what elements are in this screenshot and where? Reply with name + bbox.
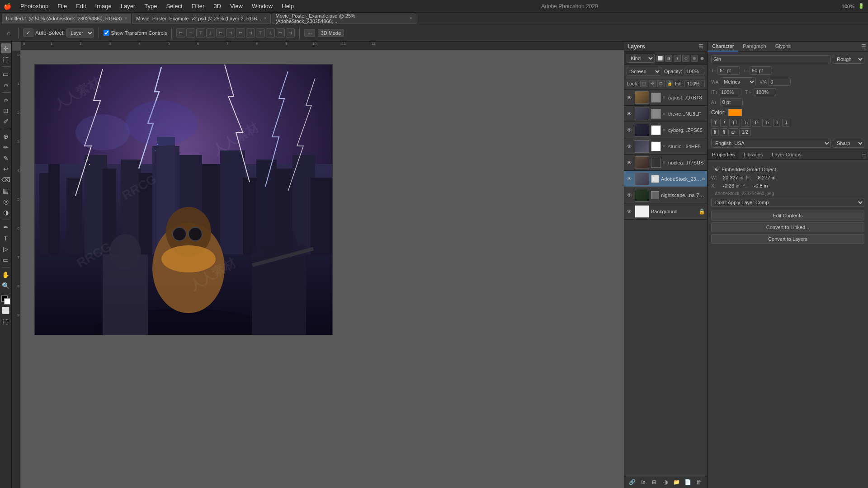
tool-brush[interactable]: ✏ xyxy=(1,142,11,152)
layers-options-btn[interactable]: ☰ xyxy=(698,43,703,50)
filter-type-icon[interactable]: T xyxy=(674,55,681,62)
props-panel-options[interactable]: ☰ xyxy=(860,150,868,160)
layer-visibility-cyborg[interactable]: 👁 xyxy=(626,127,633,134)
frac-ordinal-btn[interactable]: aᵃ xyxy=(728,128,738,136)
layer-comp-select[interactable]: Don't Apply Layer Comp xyxy=(711,198,864,207)
new-layer-btn[interactable]: 📄 xyxy=(684,478,692,486)
tab-layer-comps[interactable]: Layer Comps xyxy=(767,150,806,160)
layer-link-btn[interactable]: 🔗 xyxy=(628,478,636,486)
style-super-btn[interactable]: T¹ xyxy=(752,119,761,127)
font-name-input[interactable] xyxy=(711,55,831,63)
menu-photoshop[interactable]: Photoshop xyxy=(17,2,52,10)
doc-tab-0[interactable]: Untitled-1 @ 50% (AdobeStock_230254860, … xyxy=(2,14,131,23)
opacity-input[interactable] xyxy=(684,68,704,75)
filter-smart-icon[interactable]: ⊕ xyxy=(691,55,698,62)
menu-type[interactable]: Type xyxy=(141,2,160,10)
filter-toggle[interactable]: ● xyxy=(700,54,704,62)
filter-shape-icon[interactable]: ◇ xyxy=(682,55,689,62)
layer-visibility-studio[interactable]: 👁 xyxy=(626,143,633,150)
frac-num-btn[interactable]: 1/2 xyxy=(739,128,751,136)
align-bottom-btn[interactable]: ⊣ xyxy=(226,28,235,38)
lock-position-icon[interactable]: ✛ xyxy=(649,80,656,87)
tracking-input[interactable] xyxy=(768,78,791,86)
filter-adjust-icon[interactable]: ◑ xyxy=(665,55,672,62)
convert-layers-btn[interactable]: Convert to Layers xyxy=(711,234,864,244)
v-scale-input[interactable] xyxy=(719,88,741,96)
tool-healing[interactable]: ⊕ xyxy=(1,131,11,141)
tool-path-select[interactable]: ▷ xyxy=(1,244,11,254)
distribute-center-h-btn[interactable]: ⊣ xyxy=(246,28,255,38)
tool-dodge[interactable]: ◑ xyxy=(1,207,11,217)
font-size-input[interactable] xyxy=(717,66,740,75)
char-panel-options[interactable]: ☰ xyxy=(859,42,868,52)
tool-artboard[interactable]: ⬚ xyxy=(1,54,11,64)
layer-item-background[interactable]: 👁 Background 🔒 xyxy=(624,203,707,220)
lock-pixels-icon[interactable]: ⬚ xyxy=(640,80,647,87)
convert-linked-btn[interactable]: Convert to Linked... xyxy=(711,222,864,232)
adjustment-layer-btn[interactable]: ◑ xyxy=(661,478,670,486)
menu-image[interactable]: Image xyxy=(92,2,115,10)
tool-eraser[interactable]: ⌫ xyxy=(1,175,11,185)
tool-eyedropper[interactable]: ✐ xyxy=(1,117,11,127)
style-underline-btn[interactable]: T xyxy=(773,119,781,127)
h-scale-input[interactable] xyxy=(754,88,776,96)
leading-input[interactable] xyxy=(750,66,772,75)
doc-tab-1[interactable]: Movie_Poster_Example_v2.psd @ 25% (Layer… xyxy=(132,14,270,23)
tab-libraries[interactable]: Libraries xyxy=(739,150,767,160)
layer-visibility-background[interactable]: 👁 xyxy=(626,208,633,215)
tool-zoom[interactable]: 🔍 xyxy=(1,281,11,291)
fill-input[interactable] xyxy=(684,80,705,87)
menu-layer[interactable]: Layer xyxy=(117,2,139,10)
tool-quick-mask[interactable]: ⬜ xyxy=(1,305,11,315)
background-color[interactable] xyxy=(4,298,10,305)
lock-artboard-icon[interactable]: ⊡ xyxy=(657,80,665,87)
tab-properties[interactable]: Properties xyxy=(708,150,739,160)
tool-blur[interactable]: ◎ xyxy=(1,197,11,206)
new-group-btn[interactable]: 📁 xyxy=(673,478,681,486)
doc-tab-close-2[interactable]: × xyxy=(410,16,412,21)
tool-pen[interactable]: ✒ xyxy=(1,222,11,232)
3d-mode-btn[interactable]: 3D Mode xyxy=(318,29,344,37)
align-center-v-btn[interactable]: ⊢ xyxy=(216,28,225,38)
layer-item-the-re[interactable]: 👁 ⌗ the-re...NU8LF xyxy=(624,106,707,122)
frac-ff-btn[interactable]: ff xyxy=(711,128,719,136)
style-sub-btn[interactable]: T₁ xyxy=(762,119,772,127)
layer-visibility-the-re[interactable]: 👁 xyxy=(626,110,633,117)
tool-screen-mode[interactable]: ⬚ xyxy=(1,316,11,326)
distribute-top-btn[interactable]: ⊥ xyxy=(266,28,275,38)
align-right-btn[interactable]: ⊤ xyxy=(196,28,205,38)
toolbar-home-btn[interactable]: ⌂ xyxy=(4,28,14,38)
layer-visibility-a-post[interactable]: 👁 xyxy=(626,94,633,101)
menu-3d[interactable]: 3D xyxy=(210,2,225,10)
more-options-btn[interactable]: ··· xyxy=(304,29,315,37)
antialiase-select[interactable]: Sharp Crisp Strong Smooth None xyxy=(833,139,864,148)
tool-crop[interactable]: ⊡ xyxy=(1,106,11,116)
tool-history[interactable]: ↩ xyxy=(1,164,11,174)
style-italic-btn[interactable]: T xyxy=(720,119,728,127)
align-top-btn[interactable]: ⊥ xyxy=(206,28,215,38)
layer-item-studio[interactable]: 👁 ⌗ studio...64HF5 xyxy=(624,138,707,155)
style-strikethrough-btn[interactable]: T xyxy=(782,119,790,127)
tab-glyphs[interactable]: Glyphs xyxy=(771,42,795,52)
layer-item-adobestock[interactable]: 👁 AdobeStock_230254860 ⊕ xyxy=(624,171,707,187)
tool-type[interactable]: T xyxy=(1,233,11,243)
delete-layer-btn[interactable]: 🗑 xyxy=(695,478,703,486)
distribute-right-btn[interactable]: ⊤ xyxy=(256,28,265,38)
tab-paragraph[interactable]: Paragraph xyxy=(738,42,770,52)
baseline-input[interactable] xyxy=(720,98,743,106)
edit-contents-btn[interactable]: Edit Contents xyxy=(711,211,864,221)
layer-item-cyborg[interactable]: 👁 ⌗ cyborg...ZPS65 xyxy=(624,122,707,138)
doc-tab-close-1[interactable]: × xyxy=(264,16,267,21)
auto-select-dropdown[interactable]: Layer Group xyxy=(66,28,94,38)
filter-pixel-icon[interactable]: ⬜ xyxy=(656,55,664,62)
distribute-left-btn[interactable]: ⊢ xyxy=(236,28,245,38)
layer-item-nuclea[interactable]: 👁 ⌗ nuclea...R7SUS xyxy=(624,155,707,171)
tool-hand[interactable]: ✋ xyxy=(1,270,11,280)
align-left-btn[interactable]: ⊢ xyxy=(176,28,185,38)
distribute-center-v-btn[interactable]: ⊢ xyxy=(276,28,285,38)
document-canvas[interactable]: 人人素材 RRCG 人人素材 RRCG 人人素材 xyxy=(34,64,333,335)
layer-visibility-adobestock[interactable]: 👁 xyxy=(626,175,633,183)
menu-select[interactable]: Select xyxy=(162,2,186,10)
tab-character[interactable]: Character xyxy=(708,42,738,52)
menu-filter[interactable]: Filter xyxy=(188,2,208,10)
